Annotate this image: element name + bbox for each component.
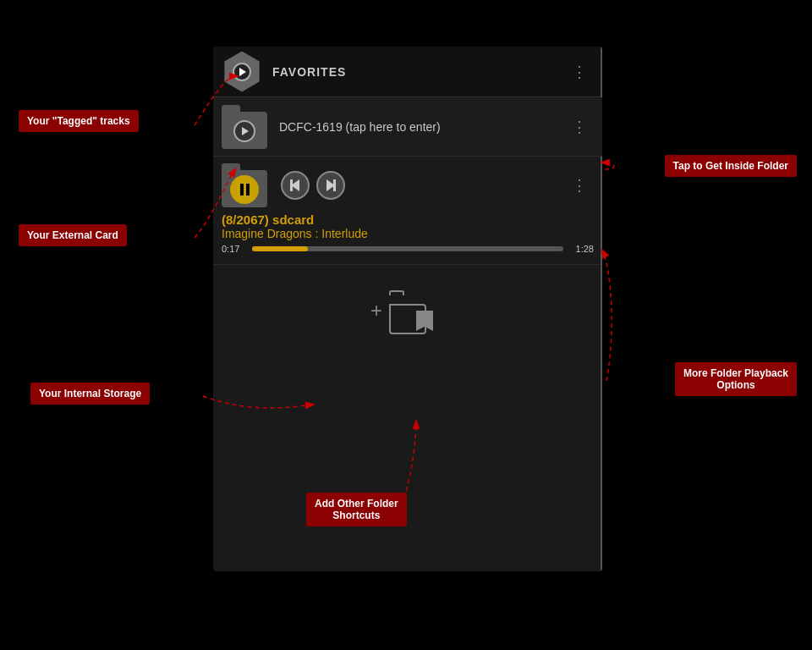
progress-bar[interactable] [252, 246, 563, 251]
favorites-label: FAVORITES [272, 65, 565, 79]
add-folder-row[interactable]: + [213, 265, 602, 360]
annotation-internal: Your Internal Storage [30, 383, 150, 405]
track-name: Imagine Dragons : Interlude [222, 227, 594, 240]
time-elapsed: 0:17 [222, 244, 245, 254]
favorites-row[interactable]: FAVORITES ⋮ [213, 47, 602, 97]
annotation-more-options: More Folder PlaybackOptions [675, 362, 797, 396]
annotation-add-shortcut: Add Other FolderShortcuts [306, 493, 407, 526]
add-folder-icon: + [382, 290, 433, 334]
player-controls-row: ⋮ [222, 163, 594, 207]
track-info: (8/2067) sdcard Imagine Dragons : Interl… [222, 212, 594, 257]
track-counter: (8/2067) sdcard [222, 212, 594, 227]
annotation-tagged: Your "Tagged" tracks [19, 110, 139, 132]
previous-button[interactable] [281, 171, 310, 200]
app-panel: FAVORITES ⋮ DCFC-1619 (tap here to enter… [213, 47, 602, 571]
folder-icon [222, 105, 271, 149]
folder-menu-button[interactable]: ⋮ [565, 114, 594, 140]
next-button[interactable] [316, 171, 345, 200]
progress-fill [252, 246, 308, 251]
dcfc-folder-row[interactable]: DCFC-1619 (tap here to enter) ⋮ [213, 97, 602, 157]
now-playing-folder-icon [222, 163, 271, 207]
annotation-tap-folder: Tap to Get Inside Folder [665, 155, 797, 177]
time-total: 1:28 [570, 244, 594, 254]
annotation-external: Your External Card [19, 224, 127, 246]
favorites-icon [222, 52, 262, 92]
progress-row: 0:17 1:28 [222, 244, 594, 254]
playback-controls [281, 171, 565, 200]
now-playing-menu-button[interactable]: ⋮ [565, 173, 594, 198]
favorites-menu-button[interactable]: ⋮ [565, 59, 594, 85]
pause-button[interactable] [230, 175, 259, 204]
folder-name: DCFC-1619 (tap here to enter) [279, 120, 565, 134]
now-playing-section: ⋮ (8/2067) sdcard Imagine Dragons : Inte… [213, 157, 602, 265]
